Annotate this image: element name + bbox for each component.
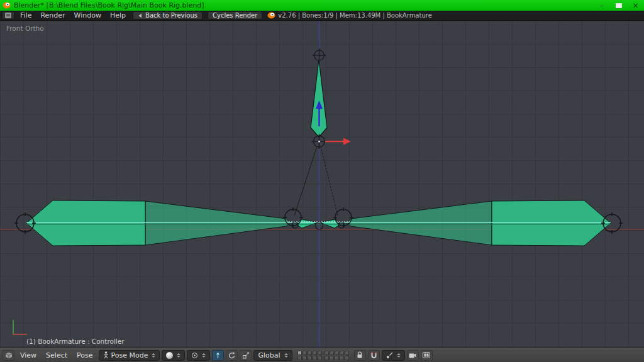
layer-cell[interactable] xyxy=(318,356,322,360)
bone-right-inner[interactable] xyxy=(347,201,492,245)
bone-relation-line xyxy=(294,146,317,216)
menu-help[interactable]: Help xyxy=(106,11,130,20)
rotate-manipulator-icon xyxy=(228,352,235,359)
layer-group-1[interactable] xyxy=(297,351,322,360)
bone-spine-left[interactable] xyxy=(296,219,318,228)
bone-left-outer[interactable] xyxy=(26,200,145,246)
scale-manipulator-toggle[interactable] xyxy=(240,350,252,361)
info-editor-icon xyxy=(4,12,12,19)
bone-relation-line-dashed xyxy=(321,146,338,216)
maximize-icon xyxy=(616,3,622,8)
menu-render[interactable]: Render xyxy=(36,11,69,20)
translate-manipulator-toggle[interactable] xyxy=(212,350,224,361)
snap-element-selector[interactable] xyxy=(382,350,405,361)
opengl-render-anim-button[interactable] xyxy=(421,350,433,361)
layer-cell[interactable] xyxy=(303,351,307,355)
maximize-button[interactable] xyxy=(610,0,627,11)
layer-cell[interactable] xyxy=(335,356,339,360)
shading-sphere-icon xyxy=(166,352,173,359)
x-arrow-manipulator-head[interactable] xyxy=(343,138,351,145)
3d-viewport[interactable]: Front Ortho (1) BookArmature : Controlle… xyxy=(0,21,644,348)
layer-cell[interactable] xyxy=(340,356,344,360)
render-engine-selector[interactable]: Cycles Render xyxy=(208,11,262,19)
window-title: Blender* [B:\Blend Files\Book Rig\Main B… xyxy=(14,1,593,9)
layer-cell[interactable] xyxy=(318,351,322,355)
view-orientation-label: Front Ortho xyxy=(6,25,44,32)
close-icon: × xyxy=(632,1,638,10)
menu-select[interactable]: Select xyxy=(42,351,71,359)
chevron-updown-icon xyxy=(202,353,206,358)
lock-to-scene-toggle[interactable] xyxy=(354,350,366,361)
back-to-previous-button[interactable]: Back to Previous xyxy=(133,11,203,19)
active-object-label: (1) BookArmature : Controller xyxy=(26,337,125,345)
back-icon xyxy=(138,13,143,18)
layer-cell[interactable] xyxy=(297,351,302,355)
layer-cell[interactable] xyxy=(330,351,334,355)
joint-circle-controller-tip[interactable] xyxy=(313,48,326,62)
bone-right-outer[interactable] xyxy=(492,200,611,246)
scale-manipulator-icon xyxy=(242,352,249,359)
mode-selector[interactable]: Pose Mode xyxy=(99,350,160,361)
viewport-header: View Select Pose Pose Mode xyxy=(0,348,644,362)
minimize-icon: – xyxy=(600,1,604,10)
close-button[interactable]: × xyxy=(627,0,644,11)
editor-type-selector[interactable] xyxy=(3,350,14,361)
pivot-center-icon xyxy=(191,352,198,359)
layer-cell[interactable] xyxy=(313,356,317,360)
rotate-manipulator-toggle[interactable] xyxy=(226,350,238,361)
mode-selector-label: Pose Mode xyxy=(111,351,148,359)
layer-group-2[interactable] xyxy=(325,351,349,360)
menu-pose[interactable]: Pose xyxy=(73,351,96,359)
lock-icon xyxy=(357,351,363,359)
pose-person-icon xyxy=(103,351,109,359)
transform-orientation-selector[interactable]: Global xyxy=(253,350,292,361)
layer-cell[interactable] xyxy=(303,356,307,360)
chevron-updown-icon xyxy=(152,353,155,358)
mini-axis-gizmo xyxy=(13,320,27,334)
snap-element-icon xyxy=(386,352,393,359)
film-icon xyxy=(423,352,430,358)
blender-logo-icon xyxy=(267,12,275,19)
layer-cell[interactable] xyxy=(345,356,349,360)
info-header: File Render Window Help Back to Previous… xyxy=(0,11,644,21)
pivot-center-selector[interactable] xyxy=(187,350,210,361)
layer-cell[interactable] xyxy=(325,351,329,355)
editor-type-selector[interactable] xyxy=(2,11,14,19)
layer-cell[interactable] xyxy=(330,356,334,360)
chevron-updown-icon xyxy=(284,353,288,358)
menu-window[interactable]: Window xyxy=(70,11,106,20)
layer-cell[interactable] xyxy=(308,351,312,355)
blender-logo-icon xyxy=(3,2,11,9)
menu-view[interactable]: View xyxy=(16,351,40,359)
editor-type-icon xyxy=(5,352,13,359)
layers-widget[interactable] xyxy=(297,351,349,360)
translate-manipulator-icon xyxy=(214,352,221,359)
joint-circle-controller-base[interactable] xyxy=(312,134,327,149)
snap-toggle[interactable] xyxy=(368,350,380,361)
layer-cell[interactable] xyxy=(345,351,349,355)
orientation-label: Global xyxy=(258,351,280,359)
chevron-updown-icon xyxy=(397,353,401,358)
minimize-button[interactable]: – xyxy=(593,0,610,11)
menu-file[interactable]: File xyxy=(16,11,36,20)
bone-left-inner[interactable] xyxy=(145,201,290,245)
joint-circle-left-outer[interactable] xyxy=(14,212,36,234)
layer-cell[interactable] xyxy=(325,356,329,360)
opengl-render-button[interactable] xyxy=(407,350,419,361)
joint-circle-right-outer[interactable] xyxy=(601,212,623,234)
magnet-icon xyxy=(370,352,377,359)
camera-icon xyxy=(409,353,416,358)
layer-cell[interactable] xyxy=(313,351,317,355)
window-titlebar[interactable]: Blender* [B:\Blend Files\Book Rig\Main B… xyxy=(0,0,644,11)
layer-cell[interactable] xyxy=(340,351,344,355)
chevron-updown-icon xyxy=(177,353,180,358)
layer-cell[interactable] xyxy=(308,356,312,360)
render-engine-label: Cycles Render xyxy=(213,12,257,19)
layer-cell[interactable] xyxy=(297,356,302,360)
scene-stats: v2.76 | Bones:1/9 | Mem:13.49M | BookArm… xyxy=(278,12,432,19)
layer-cell[interactable] xyxy=(335,351,339,355)
viewport-shading-selector[interactable] xyxy=(162,350,185,361)
back-to-previous-label: Back to Previous xyxy=(145,12,197,19)
